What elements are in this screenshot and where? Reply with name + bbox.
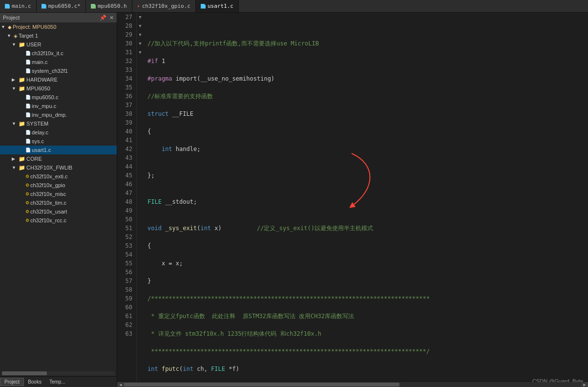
code-editor: 27 28 29 30 31 32 33 34 35 36 37 38 39 4… [117, 13, 588, 387]
gear-icon: ⚙ [25, 192, 29, 196]
sidebar-close-icon[interactable]: ✕ [109, 15, 114, 21]
sidebar-tree: ▼ ◆ Project: MPU6050 ▼ ◈ Target 1 ▼ 📁 US… [0, 22, 117, 370]
file-icon-c: 📄 [25, 68, 31, 73]
file-icon: 📄 [25, 95, 31, 100]
list-item[interactable]: 📄 ch32f10x_it.c [0, 49, 117, 58]
tab-main-c[interactable]: main.c [0, 0, 37, 12]
list-item[interactable]: 📄 delay.c [0, 128, 117, 137]
list-item[interactable]: 📄 mpu6050.c [0, 93, 117, 102]
hscroll-bar[interactable]: ◀ ▶ [117, 382, 588, 387]
list-item[interactable]: 📄 system_ch32f1 [0, 66, 117, 75]
file-label: inv_mpu.c [32, 103, 56, 109]
list-item[interactable]: 📄 inv_mpu_dmp. [0, 110, 117, 119]
file-label: mpu6050.c [32, 94, 58, 100]
hardware-expand-icon: ▶ [12, 77, 19, 82]
code-line-49: int fputc(int ch, FILE *f) [147, 365, 584, 373]
file-label: sys.c [32, 138, 44, 144]
hscroll-right-button[interactable]: ▶ [581, 382, 588, 387]
code-line-29: //加入以下代码,支持printf函数,而不需要选择use MicroLIB [147, 39, 584, 48]
file-label: ch32f10x_exti.c [30, 173, 67, 179]
file-label: inv_mpu_dmp. [32, 112, 67, 118]
sidebar-item-core-folder[interactable]: ▶ 📁 CORE [0, 154, 117, 163]
code-scroll-area[interactable]: 27 28 29 30 31 32 33 34 35 36 37 38 39 4… [117, 13, 588, 382]
tab-usart1-c[interactable]: usart1.c [196, 0, 239, 12]
sidebar-tab-temp[interactable]: Temp... [45, 378, 69, 386]
list-item[interactable]: ⚙ ch32f10x_exti.c [0, 172, 117, 181]
list-item[interactable]: 📄 main.c [0, 58, 117, 66]
core-expand-icon: ▶ [12, 156, 19, 161]
file-label: system_ch32f1 [32, 68, 68, 74]
file-label: delay.c [32, 129, 48, 135]
user-expand-icon: ▼ [12, 42, 19, 47]
sidebar-footer-tabs: Project Books Temp... [0, 376, 117, 387]
mpu6050-folder-label: MPU6050 [26, 86, 50, 91]
code-line-48: ****************************************… [147, 347, 584, 356]
list-item[interactable]: ⚙ ch32f10x_usart [0, 207, 117, 216]
list-item[interactable]: 📄 sys.c [0, 137, 117, 146]
system-folder-label: SYSTEM [26, 121, 48, 127]
code-line-41: void _sys_exit(int x) //定义_sys_exit()以避免… [147, 224, 584, 233]
project-icon: ◆ [8, 24, 12, 30]
tab-usart1-c-label: usart1.c [208, 3, 233, 9]
code-line-30: #if 1 [147, 57, 584, 65]
folder-icon: 📁 [19, 42, 25, 48]
file-icon-c: 📄 [25, 51, 31, 56]
tab-mpu6050-c[interactable]: mpu6050.c* [37, 0, 86, 12]
sidebar-item-user-folder[interactable]: ▼ 📁 USER [0, 40, 117, 49]
file-icon: 📄 [25, 130, 31, 135]
file-label: ch32f10x_rcc.c [30, 217, 66, 223]
code-line-42: { [147, 241, 584, 250]
code-line-33: struct __FILE [147, 109, 584, 118]
project-label: Project: MPU6050 [13, 24, 56, 30]
code-line-43: x = x; [147, 259, 584, 268]
list-item[interactable]: ⚙ ch32f10x_gpio [0, 181, 117, 190]
hardware-folder-label: HARDWARE [26, 77, 58, 83]
folder-icon: 📁 [19, 165, 25, 171]
tab-mpu6050-h[interactable]: mpu6050.h [86, 0, 132, 12]
file-icon: 📄 [25, 139, 31, 144]
sidebar-hscroll[interactable] [2, 371, 115, 375]
sidebar-pin-icon[interactable]: 📌 [100, 15, 106, 21]
folder-icon: 📁 [19, 156, 25, 162]
code-line-46: * 重定义fputc函数 此处注释 原STM32库函数写法 改用CH32库函数写… [147, 312, 584, 321]
file-icon: 📄 [25, 104, 31, 108]
file-icon: 📄 [25, 148, 31, 152]
list-item[interactable]: ⚙ ch32f10x_misc [0, 190, 117, 198]
target-1[interactable]: ▼ ◈ Target 1 [0, 31, 117, 40]
hscroll-left-button[interactable]: ◀ [117, 382, 124, 387]
file-label: ch32f10x_misc [30, 191, 66, 197]
sidebar-item-usart1-c[interactable]: 📄 usart1.c [0, 146, 117, 154]
tab-mpu6050-c-label: mpu6050.c* [48, 3, 81, 9]
list-item[interactable]: 📄 inv_mpu.c [0, 102, 117, 110]
tab-ch32f10x-gpio-c-label: ch32f10x_gpio.c [142, 3, 190, 9]
sidebar-item-fwlib-folder[interactable]: ▼ 📁 CH32F10X_FWLIB [0, 163, 117, 172]
sidebar-item-system-folder[interactable]: ▼ 📁 SYSTEM [0, 119, 117, 128]
code-line-34: { [147, 127, 584, 136]
sidebar-item-mpu6050-folder[interactable]: ▼ 📁 MPU6050 [0, 84, 117, 93]
gear-icon: ⚙ [25, 218, 29, 223]
sidebar-title: Project [3, 15, 20, 21]
folder-icon: 📁 [19, 86, 25, 92]
file-label: ch32f10x_gpio [30, 182, 65, 188]
folder-icon: 📁 [19, 121, 25, 127]
code-content[interactable]: //加入以下代码,支持printf函数,而不需要选择use MicroLIB #… [144, 13, 588, 382]
project-expand-icon: ▼ [1, 24, 8, 29]
file-icon-c: 📄 [25, 60, 31, 64]
list-item[interactable]: ⚙ ch32f10x_tim.c [0, 198, 117, 207]
sidebar-item-hardware-folder[interactable]: ▶ 📁 HARDWARE [0, 75, 117, 84]
list-item[interactable]: ⚙ ch32f10x_rcc.c [0, 216, 117, 225]
code-line-31: #pragma import(__use_no_semihosting) [147, 74, 584, 83]
tab-mpu6050-h-label: mpu6050.h [98, 3, 127, 9]
tab-bar: main.c mpu6050.c* mpu6050.h ⚡ ch32f10x_g… [0, 0, 588, 13]
sidebar-tab-books[interactable]: Books [24, 378, 45, 386]
sidebar-header: Project 📌 ✕ [0, 13, 117, 22]
project-root[interactable]: ▼ ◆ Project: MPU6050 [0, 22, 117, 31]
file-label: ch32f10x_tim.c [30, 200, 66, 206]
code-line-47: * 详见文件 stm32f10x.h 1235行结构体代码 和ch32f10x.… [147, 329, 584, 338]
sidebar-tab-project[interactable]: Project [0, 378, 24, 386]
code-line-44: } [147, 277, 584, 285]
tab-ch32f10x-gpio-c[interactable]: ⚡ ch32f10x_gpio.c [132, 0, 196, 12]
target-icon: ◈ [14, 33, 18, 39]
tab-main-c-label: main.c [12, 3, 31, 9]
code-line-32: //标准库需要的支持函数 [147, 92, 584, 101]
